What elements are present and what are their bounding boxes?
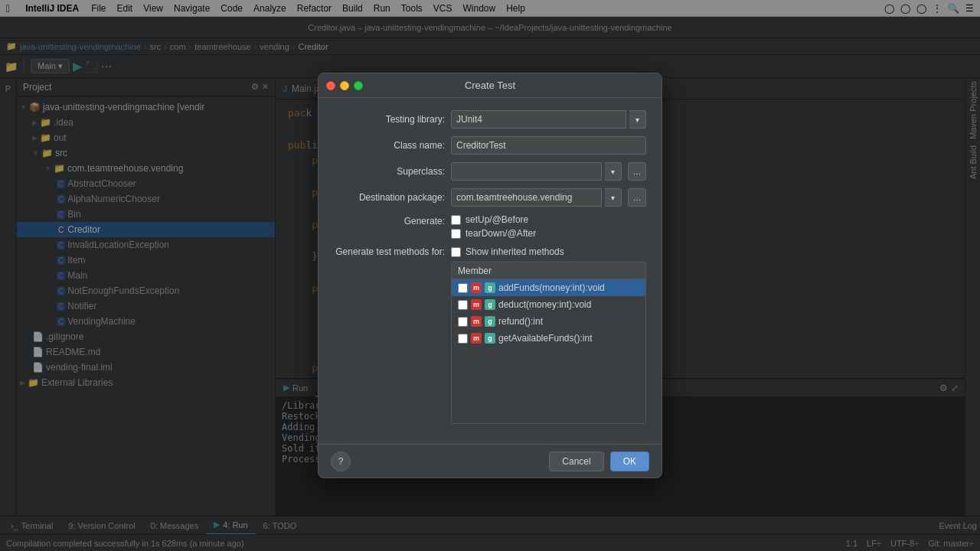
maximize-window-button[interactable] bbox=[354, 81, 363, 90]
show-inherited-label: Show inherited methods bbox=[466, 246, 564, 257]
superclass-row: Superclass: ▾ … bbox=[334, 162, 646, 181]
superclass-label: Superclass: bbox=[334, 166, 445, 177]
method-row-deduct[interactable]: m g deduct(money:int):void bbox=[452, 296, 645, 313]
modal-titlebar: Create Test bbox=[318, 73, 662, 98]
destination-package-label: Destination package: bbox=[334, 192, 445, 203]
destination-package-dropdown-button[interactable]: ▾ bbox=[605, 188, 622, 207]
method-icon-m1: m bbox=[471, 282, 482, 293]
show-inherited-checkbox[interactable] bbox=[451, 247, 461, 257]
superclass-input[interactable] bbox=[451, 162, 602, 181]
method-icon-g4: g bbox=[485, 333, 495, 344]
teardown-checkbox[interactable] bbox=[451, 229, 461, 239]
method-checkbox-deduct[interactable] bbox=[458, 300, 468, 310]
methods-empty-space bbox=[452, 347, 645, 423]
setup-label: setUp/@Before bbox=[466, 214, 528, 225]
method-icon-g1: g bbox=[485, 282, 495, 293]
create-test-modal: Create Test Testing library: ▾ Class nam… bbox=[318, 73, 662, 478]
method-icon-g2: g bbox=[485, 299, 495, 310]
modal-footer: ? Cancel OK bbox=[318, 444, 662, 478]
cancel-button[interactable]: Cancel bbox=[549, 452, 603, 471]
methods-table-header: Member bbox=[452, 262, 645, 279]
superclass-dropdown-button[interactable]: ▾ bbox=[605, 162, 622, 181]
method-checkbox-getavailablefunds[interactable] bbox=[458, 334, 468, 344]
method-checkbox-addfunds[interactable] bbox=[458, 283, 468, 293]
test-methods-label: Generate test methods for: bbox=[334, 246, 445, 257]
method-label-addfunds: addFunds(money:int):void bbox=[498, 282, 605, 293]
modal-body: Testing library: ▾ Class name: Superclas… bbox=[318, 98, 662, 444]
minimize-window-button[interactable] bbox=[340, 81, 349, 90]
method-checkbox-refund[interactable] bbox=[458, 317, 468, 327]
modal-overlay: Create Test Testing library: ▾ Class nam… bbox=[0, 0, 980, 551]
testing-library-label: Testing library: bbox=[334, 114, 445, 125]
method-row-getavailablefunds[interactable]: m g getAvailableFunds():int bbox=[452, 330, 645, 347]
method-label-deduct: deduct(money:int):void bbox=[498, 299, 591, 310]
superclass-browse-button[interactable]: … bbox=[628, 162, 646, 181]
methods-header-row: Generate test methods for: Show inherite… bbox=[334, 246, 646, 257]
testing-library-row: Testing library: ▾ bbox=[334, 110, 646, 129]
method-label-getavailablefunds: getAvailableFunds():int bbox=[498, 333, 593, 344]
generate-label: Generate: bbox=[334, 214, 445, 227]
testing-library-input[interactable] bbox=[451, 110, 626, 129]
modal-title: Create Test bbox=[465, 80, 515, 91]
testing-library-dropdown-button[interactable]: ▾ bbox=[629, 110, 646, 129]
generate-section: Generate: setUp/@Before tearDown/@After bbox=[334, 214, 646, 239]
testing-library-combo: ▾ bbox=[451, 110, 646, 129]
destination-package-input[interactable] bbox=[451, 188, 602, 207]
method-icon-m3: m bbox=[471, 316, 482, 327]
methods-section: Generate test methods for: Show inherite… bbox=[334, 246, 646, 424]
class-name-row: Class name: bbox=[334, 136, 646, 155]
superclass-combo: ▾ bbox=[451, 162, 622, 181]
method-icon-m4: m bbox=[471, 333, 482, 344]
setup-checkbox-row: setUp/@Before bbox=[451, 214, 536, 225]
close-window-button[interactable] bbox=[326, 81, 335, 90]
show-inherited-row: Show inherited methods bbox=[451, 246, 564, 257]
setup-checkbox[interactable] bbox=[451, 215, 461, 225]
help-button[interactable]: ? bbox=[331, 452, 351, 471]
method-icon-m2: m bbox=[471, 299, 482, 310]
teardown-checkbox-row: tearDown/@After bbox=[451, 228, 536, 239]
method-label-refund: refund():int bbox=[498, 316, 543, 327]
destination-package-browse-button[interactable]: … bbox=[628, 188, 646, 207]
method-row-refund[interactable]: m g refund():int bbox=[452, 313, 645, 330]
method-row-addfunds[interactable]: m g addFunds(money:int):void bbox=[452, 279, 645, 296]
generate-checkboxes: setUp/@Before tearDown/@After bbox=[451, 214, 536, 239]
teardown-label: tearDown/@After bbox=[466, 228, 536, 239]
class-name-input[interactable] bbox=[451, 136, 646, 155]
methods-table: Member m g addFunds(money:int):void m g bbox=[451, 262, 646, 424]
method-icon-g3: g bbox=[485, 316, 495, 327]
destination-package-combo: ▾ bbox=[451, 188, 622, 207]
class-name-label: Class name: bbox=[334, 140, 445, 151]
ok-button[interactable]: OK bbox=[610, 452, 649, 471]
destination-package-row: Destination package: ▾ … bbox=[334, 188, 646, 207]
traffic-lights bbox=[326, 81, 363, 90]
